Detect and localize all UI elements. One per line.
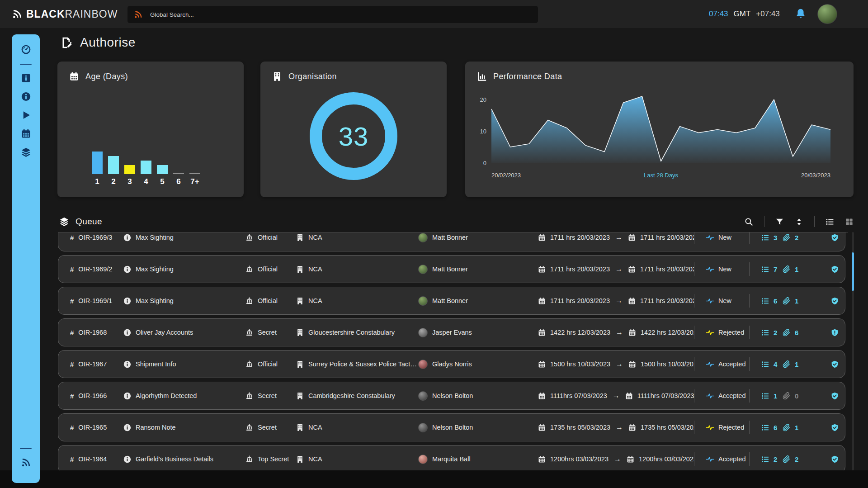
calendar-icon bbox=[538, 265, 546, 273]
authorisations-count: 1 bbox=[819, 421, 840, 434]
layers-icon[interactable] bbox=[21, 147, 31, 157]
calendar-icon bbox=[628, 297, 636, 305]
hash-icon: # bbox=[70, 360, 74, 368]
queue-list: #OIR-1969/3Max SightingOfficialNCAMatt B… bbox=[58, 232, 848, 470]
attachments-count: 1 bbox=[783, 360, 819, 368]
filter-icon[interactable] bbox=[775, 218, 784, 226]
arrow-right-icon: → bbox=[615, 360, 624, 368]
cell-divider bbox=[819, 232, 819, 244]
top-bar: BLACKRAINBOW 07:43 GMT +07:43 bbox=[0, 0, 868, 28]
range-selector-label[interactable]: Last 28 Days bbox=[644, 172, 678, 179]
queue-row[interactable]: #OIR-1969/2Max SightingOfficialNCAMatt B… bbox=[58, 255, 845, 283]
date-range: 1711 hrs 20/03/2023→1711 hrs 20/03/2023 bbox=[538, 233, 694, 242]
organisation-icon bbox=[296, 329, 304, 336]
queue-row[interactable]: #OIR-1966Algorhythm DetectedSecretCambri… bbox=[58, 382, 845, 410]
bar-label: 3 bbox=[127, 177, 132, 186]
queue-row[interactable]: #OIR-1969/3Max SightingOfficialNCAMatt B… bbox=[58, 232, 845, 251]
record-id: #OIR-1966 bbox=[70, 392, 123, 400]
search-input[interactable] bbox=[150, 11, 503, 18]
queue-header: Queue bbox=[59, 213, 854, 231]
arrow-right-icon: → bbox=[614, 265, 623, 273]
classification-icon bbox=[245, 329, 253, 336]
queue-row[interactable]: #OIR-1969/1Max SightingOfficialNCAMatt B… bbox=[58, 287, 845, 315]
assigned-user: Nelson Bolton bbox=[418, 423, 538, 432]
classification-icon bbox=[245, 455, 253, 463]
cell-divider bbox=[694, 232, 694, 244]
assigned-user: Matt Bonner bbox=[418, 265, 538, 274]
avatar bbox=[418, 455, 428, 464]
shield-check-icon bbox=[831, 234, 839, 242]
date-range: 1711 hrs 20/03/2023→1711 hrs 20/03/2023 bbox=[538, 265, 694, 273]
attachments-count: 1 bbox=[783, 265, 819, 273]
record-id: #OIR-1967 bbox=[70, 360, 123, 368]
scrollbar-thumb[interactable] bbox=[852, 252, 854, 291]
attachments-count: 1 bbox=[783, 424, 819, 431]
organisation-icon bbox=[296, 424, 304, 431]
calendar-icon bbox=[69, 71, 79, 81]
assigned-user: Matt Bonner bbox=[418, 233, 538, 242]
calendar-icon bbox=[628, 424, 636, 431]
info-circle-icon[interactable] bbox=[21, 91, 31, 102]
assigned-user: Matt Bonner bbox=[418, 296, 538, 306]
tasks-list-icon bbox=[761, 455, 769, 463]
tasks-list-icon bbox=[761, 297, 769, 305]
record-title: Ransom Note bbox=[123, 424, 245, 431]
tasks-count: 6 bbox=[749, 294, 783, 308]
page-title: Authorise bbox=[61, 35, 136, 50]
status-label: Rejected bbox=[718, 329, 744, 336]
user-avatar[interactable] bbox=[817, 4, 837, 24]
rss-nav-icon[interactable] bbox=[21, 457, 31, 468]
age-bar: 5 bbox=[157, 165, 168, 186]
play-icon[interactable] bbox=[21, 110, 31, 120]
organisation: Cambridgeshire Constabulary bbox=[296, 392, 418, 400]
queue-row[interactable]: #OIR-1964Garfield's Business DetailsTop … bbox=[58, 445, 845, 470]
cell-divider bbox=[819, 452, 819, 466]
bar-chart-icon bbox=[477, 71, 487, 81]
info-circle-icon bbox=[123, 297, 131, 305]
classification-icon bbox=[245, 360, 253, 368]
bar-label: 6 bbox=[176, 177, 180, 186]
arrow-right-icon: → bbox=[615, 328, 624, 336]
hash-icon: # bbox=[70, 297, 74, 305]
calendar-icon bbox=[538, 329, 546, 336]
avatar bbox=[418, 233, 428, 242]
dashboard-gauge-icon[interactable] bbox=[21, 44, 31, 55]
queue-row[interactable]: #OIR-1967Shipment InfoOfficialSurrey Pol… bbox=[58, 350, 845, 378]
bar-label: 4 bbox=[144, 177, 148, 186]
age-bar: 1 bbox=[92, 152, 103, 186]
organisation: Surrey Police & Sussex Police Tactic… bbox=[296, 360, 418, 368]
list-view-icon[interactable] bbox=[826, 218, 834, 226]
queue-row[interactable]: #OIR-1965Ransom NoteSecretNCANelson Bolt… bbox=[58, 413, 845, 441]
pulse-icon bbox=[706, 329, 714, 336]
queue-row[interactable]: #OIR-1968Oliver Jay AccountsSecretGlouce… bbox=[58, 318, 845, 346]
sort-icon[interactable] bbox=[795, 218, 803, 226]
cell-divider bbox=[749, 232, 750, 244]
classification: Official bbox=[245, 360, 296, 368]
attachments-count: 2 bbox=[783, 234, 819, 242]
cell-divider bbox=[819, 262, 819, 276]
authorisations-count: 1 bbox=[819, 357, 840, 371]
notifications-bell-icon[interactable] bbox=[795, 8, 807, 19]
search-icon[interactable] bbox=[745, 218, 753, 226]
avatar bbox=[418, 391, 428, 401]
arrow-right-icon: → bbox=[614, 297, 623, 305]
avatar bbox=[418, 328, 428, 337]
age-bar: 3 bbox=[124, 165, 135, 186]
tasks-count: 3 bbox=[749, 232, 783, 244]
calendar-icon bbox=[628, 265, 636, 273]
organisation-count: 33 bbox=[339, 121, 369, 152]
avatar bbox=[418, 265, 428, 274]
global-search bbox=[127, 6, 538, 23]
grid-view-icon[interactable] bbox=[845, 218, 854, 226]
record-title: Max Sighting bbox=[123, 234, 245, 242]
status: New bbox=[694, 262, 749, 276]
info-square-icon[interactable] bbox=[21, 73, 31, 83]
classification-icon bbox=[245, 392, 253, 400]
page-title-text: Authorise bbox=[80, 35, 136, 50]
classification: Secret bbox=[245, 424, 296, 431]
record-id: #OIR-1969/3 bbox=[70, 234, 123, 242]
record-id: #OIR-1965 bbox=[70, 424, 123, 431]
calendar-nav-icon[interactable] bbox=[21, 128, 31, 139]
shield-check-icon bbox=[831, 360, 839, 368]
y-tick: 10 bbox=[480, 128, 486, 135]
